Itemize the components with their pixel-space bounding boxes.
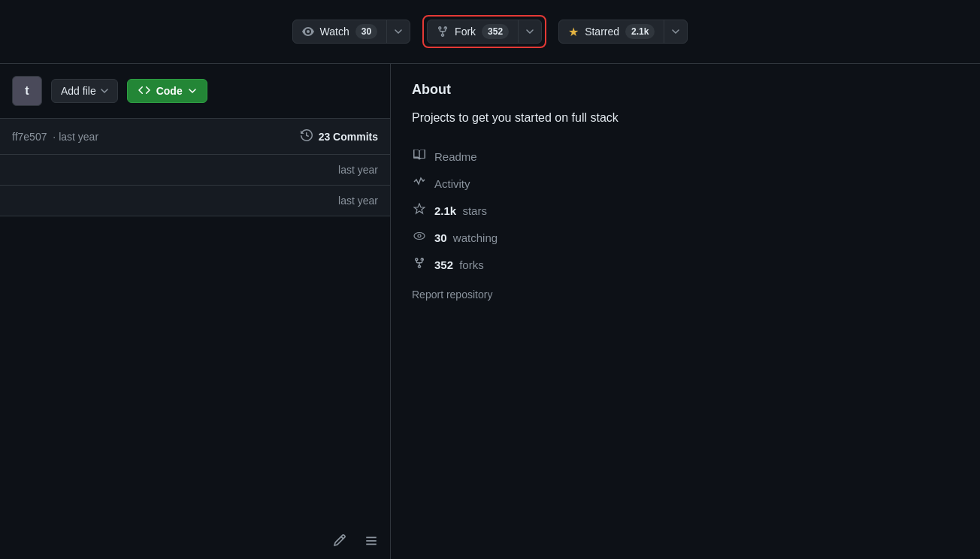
- svg-point-1: [414, 233, 425, 240]
- activity-icon: [412, 176, 427, 191]
- file-time: last year: [338, 195, 378, 207]
- forks-value: 352 forks: [434, 258, 484, 271]
- commits-row: ff7e507 · last year 23 Commits: [0, 119, 390, 155]
- star-icon: ★: [568, 25, 579, 39]
- forks-label: forks: [459, 258, 484, 271]
- fork-icon: [437, 26, 449, 38]
- commits-link[interactable]: 23 Commits: [301, 129, 378, 144]
- code-button[interactable]: Code: [127, 79, 207, 103]
- watch-dropdown[interactable]: [387, 20, 410, 43]
- watch-main[interactable]: Watch 30: [293, 20, 388, 43]
- file-time: last year: [338, 164, 378, 176]
- chevron-down-icon: [672, 26, 679, 38]
- about-description: Projects to get you started on full stac…: [412, 110, 959, 126]
- stars-label: stars: [462, 204, 487, 217]
- add-file-button[interactable]: Add file: [51, 79, 118, 103]
- report-repository-link[interactable]: Report repository: [412, 289, 959, 301]
- list-item: last year: [0, 186, 390, 216]
- watch-button[interactable]: Watch 30: [292, 20, 411, 44]
- svg-point-2: [418, 234, 421, 237]
- stars-link[interactable]: 2.1k stars: [412, 198, 959, 222]
- history-icon: [301, 129, 313, 144]
- watch-count: 30: [355, 24, 377, 39]
- fork-dropdown[interactable]: [519, 20, 541, 43]
- activity-label: Activity: [434, 177, 470, 190]
- star-dropdown[interactable]: [664, 20, 687, 43]
- book-icon: [412, 149, 427, 164]
- watching-label: watching: [453, 231, 498, 244]
- star-main[interactable]: ★ Starred 2.1k: [559, 20, 664, 43]
- fork-label: Fork: [455, 26, 476, 38]
- stars-value: 2.1k stars: [434, 204, 487, 217]
- starred-label: Starred: [585, 26, 619, 38]
- top-action-bar: Watch 30 Fork 352: [0, 0, 980, 64]
- file-rows: last year last year: [0, 155, 390, 216]
- main-content: t Add file Code: [0, 64, 980, 559]
- forks-link[interactable]: 352 forks: [412, 252, 959, 276]
- list-item: last year: [0, 155, 390, 186]
- fork-outline-icon: [412, 257, 427, 272]
- avatar: t: [12, 76, 42, 106]
- right-panel: About Projects to get you started on ful…: [391, 64, 980, 559]
- eye-icon: [302, 26, 314, 38]
- code-label: Code: [156, 85, 183, 97]
- fork-highlight-box: Fork 352: [422, 15, 546, 48]
- about-title: About: [412, 82, 959, 98]
- readme-label: Readme: [434, 150, 477, 163]
- commit-hash: ff7e507 · last year: [12, 131, 98, 143]
- fork-main[interactable]: Fork 352: [428, 20, 519, 43]
- chevron-down-icon: [526, 26, 534, 38]
- commits-label: 23 Commits: [319, 131, 378, 143]
- chevron-down-icon: [101, 85, 108, 97]
- edit-icon[interactable]: [333, 533, 346, 551]
- bottom-icon-row: [0, 521, 390, 559]
- starred-count: 2.1k: [625, 24, 655, 39]
- star-outline-icon: [412, 203, 427, 218]
- fork-button[interactable]: Fork 352: [427, 20, 542, 44]
- watching-link[interactable]: 30 watching: [412, 225, 959, 249]
- star-button[interactable]: ★ Starred 2.1k: [558, 20, 688, 44]
- svg-marker-0: [414, 204, 425, 213]
- list-icon[interactable]: [364, 533, 378, 551]
- chevron-down-icon: [395, 26, 402, 38]
- file-toolbar: t Add file Code: [0, 64, 390, 119]
- readme-link[interactable]: Readme: [412, 144, 959, 168]
- add-file-label: Add file: [61, 85, 96, 97]
- left-panel: t Add file Code: [0, 64, 391, 559]
- eye-outline-icon: [412, 230, 427, 245]
- code-icon: [138, 84, 150, 98]
- watching-value: 30 watching: [434, 231, 498, 244]
- watch-label: Watch: [320, 26, 349, 38]
- chevron-down-icon: [189, 85, 196, 97]
- activity-link[interactable]: Activity: [412, 171, 959, 195]
- fork-count: 352: [482, 24, 509, 39]
